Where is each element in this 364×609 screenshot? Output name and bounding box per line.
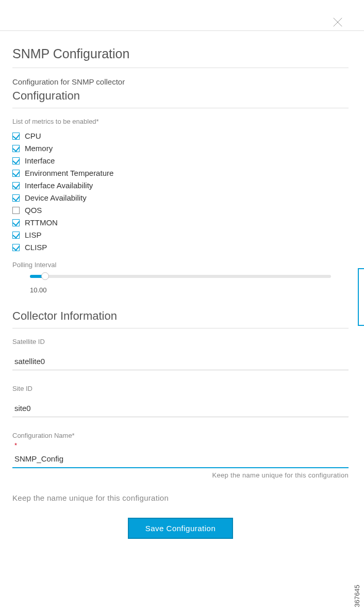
- section-heading-configuration: Configuration: [12, 89, 349, 103]
- site-id-input[interactable]: [12, 399, 349, 417]
- metric-checkbox-row[interactable]: CLISP: [12, 243, 349, 252]
- side-tab-indicator[interactable]: [358, 268, 364, 326]
- slider-thumb[interactable]: [41, 272, 49, 280]
- metric-checkbox-row[interactable]: RTTMON: [12, 218, 349, 227]
- metric-checkbox-row[interactable]: Environment Temperature: [12, 169, 349, 177]
- image-id-label: 367645: [353, 585, 361, 607]
- metric-checkbox-row[interactable]: Interface Availability: [12, 181, 349, 190]
- metric-checkbox-row[interactable]: CPU: [12, 131, 349, 140]
- page-title: SNMP Configuration: [12, 46, 349, 61]
- polling-interval-value: 10.00: [30, 286, 349, 294]
- config-name-label: Configuration Name*: [12, 432, 349, 439]
- checkbox-icon[interactable]: [12, 207, 20, 214]
- checkbox-icon[interactable]: [12, 182, 20, 189]
- metric-label: Memory: [25, 144, 53, 153]
- config-name-helper-left: Keep the name unique for this configurat…: [12, 493, 349, 502]
- satellite-id-input[interactable]: [12, 352, 349, 370]
- metric-label: Environment Temperature: [25, 169, 113, 177]
- page-subtitle: Configuration for SNMP collector: [12, 77, 349, 86]
- checkbox-icon[interactable]: [12, 170, 20, 177]
- metric-label: Device Availability: [25, 193, 87, 202]
- metric-label: CPU: [25, 131, 41, 140]
- metric-label: Interface: [25, 156, 55, 165]
- checkbox-icon[interactable]: [12, 232, 20, 239]
- section-heading-collector: Collector Information: [12, 309, 349, 323]
- config-name-helper-right: Keep the name unique for this configurat…: [12, 471, 349, 479]
- checkbox-icon[interactable]: [12, 244, 20, 251]
- metric-checkbox-row[interactable]: Memory: [12, 144, 349, 153]
- metric-checkbox-row[interactable]: Interface: [12, 156, 349, 165]
- checkbox-icon[interactable]: [12, 194, 20, 202]
- close-icon[interactable]: [332, 17, 343, 28]
- satellite-id-label: Satellite ID: [12, 338, 349, 345]
- metric-label: RTTMON: [25, 218, 58, 227]
- checkbox-icon[interactable]: [12, 219, 20, 226]
- polling-interval-label: Polling Interval: [12, 261, 349, 269]
- metric-label: LISP: [25, 231, 42, 239]
- metric-label: Interface Availability: [25, 181, 93, 190]
- save-configuration-button[interactable]: Save Configuration: [128, 518, 234, 539]
- metric-checkbox-row[interactable]: LISP: [12, 231, 349, 239]
- config-name-input[interactable]: [12, 449, 349, 468]
- metric-checkbox-row[interactable]: QOS: [12, 206, 349, 215]
- checkbox-icon[interactable]: [12, 133, 20, 140]
- site-id-label: Site ID: [12, 385, 349, 392]
- metric-label: QOS: [25, 206, 42, 215]
- metrics-checkbox-list: CPUMemoryInterfaceEnvironment Temperatur…: [12, 131, 349, 252]
- checkbox-icon[interactable]: [12, 145, 20, 152]
- polling-interval-slider[interactable]: [30, 275, 331, 278]
- required-indicator: *: [14, 441, 349, 449]
- metric-checkbox-row[interactable]: Device Availability: [12, 193, 349, 202]
- metrics-list-label: List of metrics to be enabled*: [12, 118, 349, 125]
- checkbox-icon[interactable]: [12, 157, 20, 164]
- metric-label: CLISP: [25, 243, 47, 252]
